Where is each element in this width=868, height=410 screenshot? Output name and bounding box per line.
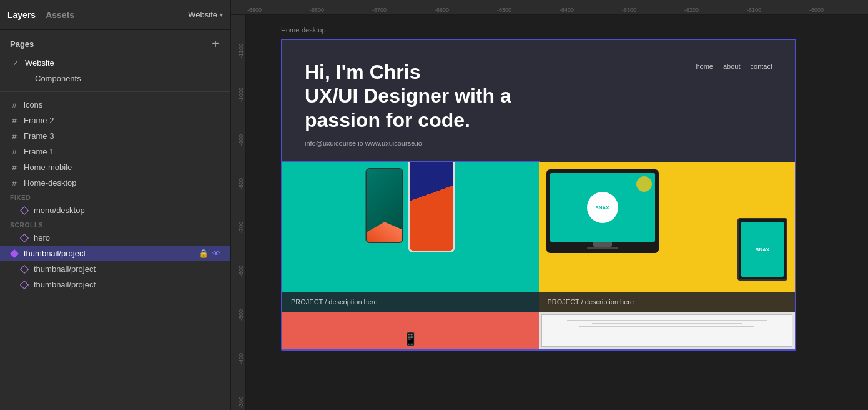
nav-contact: contact bbox=[751, 62, 772, 70]
ruler-tick: -6200 bbox=[683, 7, 746, 13]
project-card-teal[interactable]: PROJECT / description here bbox=[282, 162, 539, 312]
lock-icon[interactable]: 🔒 bbox=[199, 249, 209, 258]
ruler-tick: -6800 bbox=[308, 7, 371, 13]
mock-nav: home about contact bbox=[696, 62, 772, 70]
ruler-left-tick: -900 bbox=[238, 102, 244, 146]
ruler-left-tick: -800 bbox=[238, 146, 244, 190]
page-item-components-label: Components bbox=[35, 74, 81, 83]
eye-icon[interactable]: 👁 bbox=[212, 249, 220, 258]
ruler-left: -1100 -1000 -900 -800 -700 -600 -500 -40… bbox=[231, 15, 246, 410]
mock-hero: Hi, I'm ChrisUX/UI Designer with apassio… bbox=[282, 40, 795, 162]
project-label-1: PROJECT / description here bbox=[282, 292, 539, 312]
panel-tabs: Layers Assets Website ▾ bbox=[0, 0, 230, 30]
page-selector[interactable]: Website ▾ bbox=[188, 10, 223, 19]
layer-thumbnail-project-selected[interactable]: thumbnail/project 🔒 👁 bbox=[0, 246, 230, 261]
layer-frame2[interactable]: # Frame 2 bbox=[0, 112, 230, 128]
ruler-numbers: -6900 -6800 -6700 -6600 -6500 -6400 -630… bbox=[231, 7, 868, 13]
bottom-card-sketch bbox=[539, 312, 796, 349]
frame-hash-icon: # bbox=[10, 101, 19, 109]
frame-hash-icon: # bbox=[10, 163, 19, 172]
bottom-card-coral: 📱 bbox=[282, 312, 539, 349]
canvas-with-ruler: -1100 -1000 -900 -800 -700 -600 -500 -40… bbox=[231, 15, 868, 410]
canvas-area: -6900 -6800 -6700 -6600 -6500 -6400 -630… bbox=[231, 0, 868, 410]
frame-hash-icon: # bbox=[10, 179, 19, 188]
frame-hash-icon: # bbox=[10, 116, 19, 125]
checkmark-icon: ✓ bbox=[12, 59, 21, 68]
phone-wave bbox=[367, 217, 402, 242]
layer-menu-desktop[interactable]: menu/desktop bbox=[0, 202, 230, 218]
layers-section: # icons # Frame 2 # Frame 3 # Frame 1 # … bbox=[0, 92, 230, 410]
frame-hash-icon: # bbox=[10, 148, 19, 156]
ruler-left-tick: -500 bbox=[238, 278, 244, 321]
mock-projects: PROJECT / description here SNAX bbox=[282, 162, 795, 312]
ruler-left-tick: -700 bbox=[238, 190, 244, 234]
nav-home: home bbox=[696, 62, 713, 70]
page-item-website[interactable]: ✓ Website bbox=[10, 55, 220, 71]
layer-home-mobile[interactable]: # Home-mobile bbox=[0, 159, 230, 175]
mobile-bottom: 📱 bbox=[403, 331, 418, 346]
diamond-icon bbox=[20, 281, 29, 289]
layer-thumbnail-project-3[interactable]: thumbnail/project bbox=[0, 277, 230, 292]
snax-logo: SNAX bbox=[587, 192, 618, 223]
pages-section-header: Pages + bbox=[10, 38, 220, 50]
phone-mockup bbox=[366, 168, 455, 252]
snax-decoration bbox=[636, 176, 652, 192]
hero-headline: Hi, I'm ChrisUX/UI Designer with apassio… bbox=[305, 60, 511, 132]
ruler-tick: -6500 bbox=[496, 7, 558, 13]
monitor-screen: SNAX bbox=[550, 173, 655, 242]
frame-hash-icon: # bbox=[10, 132, 19, 141]
diamond-icon bbox=[20, 234, 29, 242]
ruler-left-tick: -300 bbox=[238, 365, 244, 409]
tablet-screen: SNAX bbox=[741, 222, 784, 277]
mock-hero-text: Hi, I'm ChrisUX/UI Designer with apassio… bbox=[305, 60, 511, 147]
layer-actions: 🔒 👁 bbox=[199, 249, 220, 258]
layer-thumbnail-project-2[interactable]: thumbnail/project bbox=[0, 261, 230, 277]
scrolls-sublabel: SCROLLS bbox=[0, 218, 230, 230]
ruler-tick: -6400 bbox=[558, 7, 621, 13]
add-page-button[interactable]: + bbox=[210, 38, 220, 50]
ruler-left-tick: -1000 bbox=[238, 59, 244, 102]
diamond-icon bbox=[20, 206, 29, 215]
ruler-left-tick: -1100 bbox=[238, 15, 244, 59]
page-item-components[interactable]: Components bbox=[10, 71, 220, 86]
layer-frame3[interactable]: # Frame 3 bbox=[0, 128, 230, 144]
ruler-tick: -6600 bbox=[433, 7, 496, 13]
phone-large bbox=[408, 162, 455, 252]
project-card-yellow[interactable]: SNAX SNAX PROJ bbox=[539, 162, 796, 312]
phone-large-screen bbox=[410, 162, 453, 251]
layer-home-desktop[interactable]: # Home-desktop bbox=[0, 175, 230, 191]
nav-about: about bbox=[723, 62, 741, 70]
left-panel: Layers Assets Website ▾ Pages + ✓ Websit… bbox=[0, 0, 231, 410]
layer-icons[interactable]: # icons bbox=[0, 97, 230, 112]
tablet-mockup: SNAX bbox=[737, 218, 787, 281]
page-selector-label: Website bbox=[188, 10, 217, 19]
ruler-tick: -6100 bbox=[746, 7, 808, 13]
ruler-left-tick: -400 bbox=[238, 321, 244, 365]
pages-section: Pages + ✓ Website Components bbox=[0, 30, 230, 92]
fixed-sublabel: FIXED bbox=[0, 191, 230, 202]
mock-projects-bottom: 📱 bbox=[282, 312, 795, 349]
phone-small bbox=[366, 168, 403, 243]
ruler-tick: -6700 bbox=[371, 7, 433, 13]
monitor-stand bbox=[593, 242, 612, 247]
ruler-tick: -6900 bbox=[246, 7, 308, 13]
canvas-viewport[interactable]: Home-desktop Hi, I'm ChrisUX/UI Designer… bbox=[246, 15, 868, 410]
tab-assets[interactable]: Assets bbox=[46, 8, 74, 22]
project-label-2: PROJECT / description here bbox=[539, 292, 796, 312]
desktop-mockup-container: SNAX bbox=[546, 169, 659, 253]
layer-hero[interactable]: hero bbox=[0, 230, 230, 246]
tab-layers[interactable]: Layers bbox=[7, 8, 36, 22]
sketch-lines bbox=[541, 314, 793, 347]
page-item-website-label: Website bbox=[25, 58, 54, 68]
ruler-tick: -6000 bbox=[808, 7, 868, 13]
monitor-base bbox=[587, 247, 618, 249]
phone-screen bbox=[367, 169, 402, 242]
component-diamond-icon bbox=[10, 249, 19, 258]
contact-info: info@uxuicourse.io www.uxuicourse.io bbox=[305, 139, 511, 147]
diamond-icon bbox=[20, 265, 29, 274]
chevron-down-icon: ▾ bbox=[220, 11, 223, 18]
monitor: SNAX bbox=[546, 169, 659, 253]
layer-frame1[interactable]: # Frame 1 bbox=[0, 144, 230, 159]
ruler-tick: -6300 bbox=[621, 7, 683, 13]
website-mockup: Hi, I'm ChrisUX/UI Designer with apassio… bbox=[281, 39, 796, 351]
